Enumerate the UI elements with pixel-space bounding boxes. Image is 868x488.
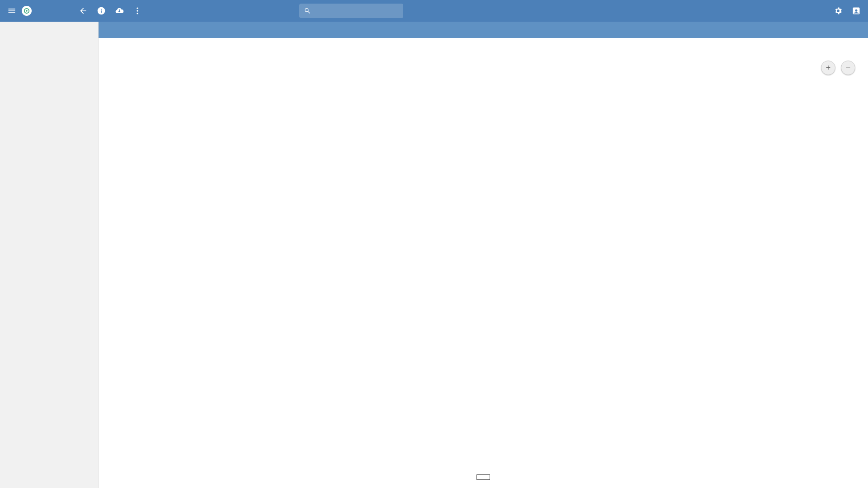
search-box[interactable]: [299, 4, 403, 18]
arrow-left-icon: [79, 6, 88, 15]
svg-point-2: [137, 8, 138, 9]
topbar: [0, 0, 868, 22]
account-button[interactable]: [848, 3, 864, 19]
info-icon: [97, 6, 106, 15]
menu-button[interactable]: [4, 3, 20, 19]
account-box-icon: [852, 6, 861, 15]
zoom-in-button[interactable]: +: [821, 61, 835, 75]
brand: [22, 6, 34, 16]
sidebar: [0, 22, 99, 488]
svg-point-3: [137, 10, 138, 11]
zoom-out-button[interactable]: −: [841, 61, 855, 75]
back-button[interactable]: [75, 3, 91, 19]
brand-logo-icon: [22, 6, 32, 16]
settings-button[interactable]: [830, 3, 846, 19]
search-input[interactable]: [315, 7, 399, 14]
plan-drawing: [99, 38, 868, 488]
download-button[interactable]: [111, 3, 127, 19]
more-vert-icon: [133, 6, 142, 15]
subheader-bar: [99, 22, 868, 38]
main-content: + −: [99, 22, 868, 488]
more-button[interactable]: [129, 3, 146, 19]
search-icon: [304, 7, 311, 15]
cloud-download-icon: [115, 6, 124, 15]
info-button[interactable]: [93, 3, 109, 19]
svg-point-1: [26, 10, 28, 12]
ngl-note-box: [476, 474, 490, 480]
plan-area[interactable]: + −: [99, 38, 868, 488]
svg-point-4: [137, 13, 138, 14]
hamburger-icon: [7, 6, 16, 15]
gear-icon: [834, 6, 843, 15]
